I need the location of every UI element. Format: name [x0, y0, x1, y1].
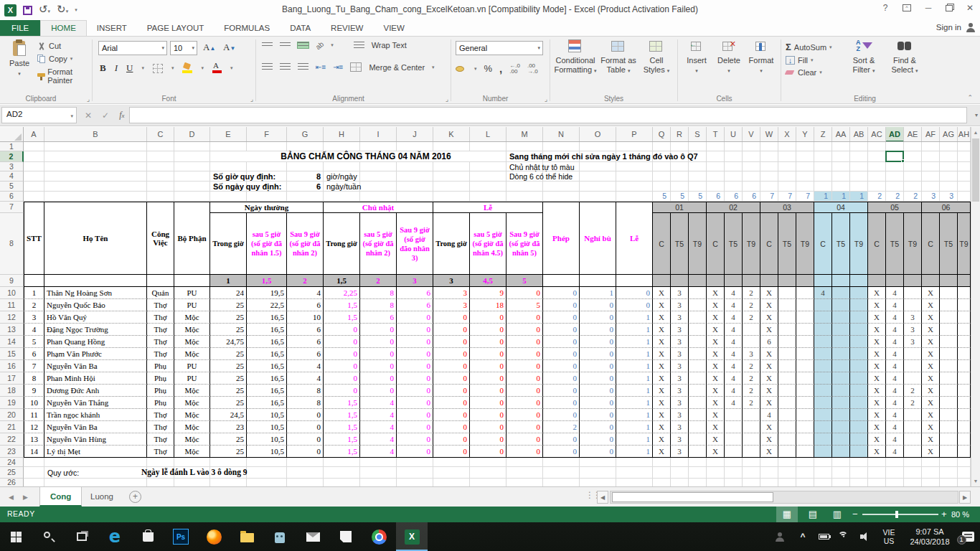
grid-cell[interactable]	[287, 479, 324, 486]
cell-S15[interactable]	[689, 348, 707, 360]
cell-AD23[interactable]: 4	[886, 446, 904, 458]
cell-D16[interactable]: PU	[174, 360, 210, 372]
weekday-cell[interactable]: 2	[868, 192, 886, 202]
cell-B16[interactable]: Nguyễn Văn Ba	[44, 360, 147, 372]
cell-V15[interactable]: 3	[743, 348, 760, 360]
cell-W18[interactable]: X	[760, 385, 778, 397]
grid-cell[interactable]	[247, 142, 287, 151]
grid-cell[interactable]	[707, 182, 725, 192]
underline-dropdown-icon[interactable]: ▾	[141, 65, 144, 71]
cell-T12[interactable]: X	[707, 311, 725, 324]
weekday-cell[interactable]: 1	[832, 192, 850, 202]
rates-cell[interactable]: 1,5	[247, 275, 287, 287]
cell-O20[interactable]: 0	[580, 409, 616, 421]
cell-AA13[interactable]	[832, 324, 850, 336]
cell-Z18[interactable]	[814, 385, 832, 397]
rates-cell[interactable]: 1	[210, 275, 247, 287]
cell-J18[interactable]: 0	[397, 385, 433, 397]
grid-cell[interactable]	[507, 142, 543, 151]
cell-G23[interactable]: 0	[287, 446, 324, 458]
cell-K23[interactable]: 0	[433, 446, 470, 458]
cell-Q16[interactable]: X	[653, 360, 671, 372]
column-header-Z[interactable]: Z	[814, 127, 832, 142]
cell-AB14[interactable]	[850, 336, 868, 348]
header-day-sub[interactable]: T9	[796, 213, 814, 275]
cell-I23[interactable]: 4	[360, 446, 397, 458]
cell-V23[interactable]	[743, 446, 760, 458]
cell-L16[interactable]: 0	[470, 360, 507, 372]
cell-AC14[interactable]: X	[868, 336, 886, 348]
excel-taskbar-button[interactable]: X	[396, 522, 428, 551]
grid-cell[interactable]	[397, 192, 433, 202]
cell-AE18[interactable]: 2	[904, 385, 922, 397]
grid-cell[interactable]	[922, 142, 940, 151]
grid-cell[interactable]	[940, 151, 958, 162]
grid-cell[interactable]	[850, 467, 868, 479]
rates-empty[interactable]	[886, 275, 904, 287]
cell-C23[interactable]: Thợ	[147, 446, 174, 458]
grid-cell[interactable]	[174, 171, 210, 182]
cell-I21[interactable]: 4	[360, 421, 397, 433]
grid-cell[interactable]	[778, 479, 796, 486]
grid-cell[interactable]	[922, 171, 940, 182]
tray-chevron-up-icon[interactable]: ^	[793, 522, 812, 551]
grid-cell[interactable]	[507, 182, 543, 192]
cell-Y13[interactable]	[796, 324, 814, 336]
cell-S21[interactable]	[689, 421, 707, 433]
grid-cell[interactable]	[671, 458, 689, 467]
align-center-icon[interactable]	[280, 63, 291, 71]
grid-cell[interactable]	[868, 151, 886, 162]
cell-G16[interactable]: 4	[287, 360, 324, 372]
cell-E10[interactable]: 24	[210, 287, 247, 299]
hscroll-left-icon[interactable]: ◀	[597, 491, 608, 504]
mail-button[interactable]	[297, 522, 329, 551]
cell-V10[interactable]: 2	[743, 287, 760, 299]
cell-C11[interactable]: Thợ	[147, 299, 174, 311]
row-header-11[interactable]: 11	[0, 299, 24, 311]
cell-E15[interactable]: 25	[210, 348, 247, 360]
cell-E20[interactable]: 24,5	[210, 409, 247, 421]
column-header-AC[interactable]: AC	[868, 127, 886, 142]
cell-Z21[interactable]	[814, 421, 832, 433]
row-header-15[interactable]: 15	[0, 348, 24, 360]
vertical-scrollbar[interactable]: ▲ ▼	[971, 127, 980, 486]
cell-O22[interactable]: 0	[580, 433, 616, 446]
cell-B10[interactable]: Thân Ng Hoàng Sơn	[44, 287, 147, 299]
increase-indent-icon[interactable]: ⇥≡	[333, 63, 343, 71]
cell-B23[interactable]: Lý thị Mẹt	[44, 446, 147, 458]
grid-cell[interactable]	[287, 162, 324, 171]
grid-cell[interactable]	[174, 142, 210, 151]
cell-A15[interactable]: 6	[24, 348, 44, 360]
cell-R22[interactable]: 3	[671, 433, 689, 446]
cell-F17[interactable]: 16,5	[247, 372, 287, 385]
cell-V20[interactable]	[743, 409, 760, 421]
cell-R19[interactable]: 3	[671, 397, 689, 409]
row-header-16[interactable]: 16	[0, 360, 24, 372]
cell-T21[interactable]: X	[707, 421, 725, 433]
new-sheet-icon[interactable]: +	[129, 491, 141, 503]
cell-AD17[interactable]: 4	[886, 372, 904, 385]
header-day-sub[interactable]: T5	[778, 213, 796, 275]
grid-cell[interactable]	[904, 467, 922, 479]
cell-AF18[interactable]: X	[922, 385, 940, 397]
cell-AB13[interactable]	[850, 324, 868, 336]
grid-cell[interactable]	[397, 479, 433, 486]
cell-Q21[interactable]: X	[653, 421, 671, 433]
cell-S14[interactable]	[689, 336, 707, 348]
cell-G21[interactable]: 0	[287, 421, 324, 433]
cell-J19[interactable]: 0	[397, 397, 433, 409]
cell-N16[interactable]: 0	[543, 360, 580, 372]
cell-AG10[interactable]	[940, 287, 958, 299]
grid-cell[interactable]	[850, 182, 868, 192]
cell-AA21[interactable]	[832, 421, 850, 433]
column-header-AG[interactable]: AG	[940, 127, 958, 142]
accounting-dropdown-icon[interactable]: ▾	[474, 66, 477, 72]
cell-AB10[interactable]	[850, 287, 868, 299]
align-right-icon[interactable]	[298, 63, 308, 71]
cell-H13[interactable]: 0	[324, 324, 360, 336]
grid-cell[interactable]	[580, 192, 616, 202]
cell-AC15[interactable]: X	[868, 348, 886, 360]
cell-AD22[interactable]: 4	[886, 433, 904, 446]
grid-cell[interactable]	[653, 458, 671, 467]
cell-D14[interactable]: Mộc	[174, 336, 210, 348]
